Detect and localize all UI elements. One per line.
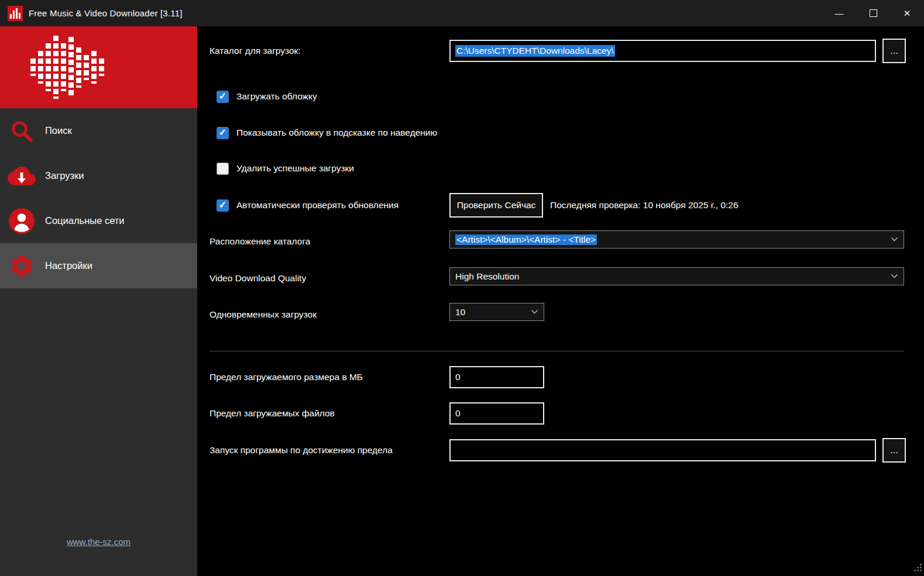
run-program-label: Запуск программы по достижению предела bbox=[209, 439, 393, 461]
sidebar-item-label: Социальные сети bbox=[45, 215, 125, 226]
download-dir-input[interactable]: C:\Users\CTYDEHT\Downloads\Lacey\ bbox=[449, 40, 876, 62]
app-window: Free Music & Video Downloader [3.11] — ✕… bbox=[0, 0, 924, 576]
size-limit-input[interactable]: 0 bbox=[449, 366, 544, 388]
check-now-button[interactable]: Проверить Сейчас bbox=[449, 193, 543, 218]
window-title: Free Music & Video Downloader [3.11] bbox=[29, 8, 183, 18]
checkbox-label: Загружать обложку bbox=[236, 91, 317, 102]
checkbox-label: Показывать обложку в подсказке по наведе… bbox=[236, 127, 437, 138]
app-logo-banner bbox=[0, 26, 197, 108]
size-limit-label: Предел загружаемого размера в МБ bbox=[209, 366, 363, 388]
checkbox-row-auto-update[interactable]: Автоматически проверять обновления bbox=[217, 198, 399, 212]
window-controls: — ✕ bbox=[822, 0, 924, 26]
resize-grip[interactable] bbox=[913, 563, 922, 574]
website-link[interactable]: www.the-sz.com bbox=[67, 537, 130, 547]
close-button[interactable]: ✕ bbox=[890, 0, 924, 26]
sidebar-item-downloads[interactable]: Загрузки bbox=[0, 153, 197, 198]
sidebar-item-social[interactable]: Социальные сети bbox=[0, 198, 197, 243]
checkbox-row-show-cover-tooltip[interactable]: Показывать обложку в подсказке по наведе… bbox=[217, 126, 437, 140]
concurrent-downloads-label: Одновременных загрузок bbox=[209, 305, 317, 323]
combobox-value: High Resolution bbox=[455, 271, 890, 282]
section-divider bbox=[209, 351, 904, 351]
checkbox-row-remove-successful[interactable]: Удалить успешные загрузки bbox=[217, 161, 354, 175]
sidebar-item-settings[interactable]: Настройки bbox=[0, 243, 197, 288]
folder-layout-combobox[interactable]: <Artist>\<Album>\<Artist> - <Title> bbox=[449, 230, 904, 249]
app-logo-icon bbox=[8, 6, 23, 21]
sidebar-item-label: Поиск bbox=[45, 125, 72, 136]
run-program-input[interactable] bbox=[449, 439, 876, 461]
concurrent-downloads-combobox[interactable]: 10 bbox=[449, 303, 544, 321]
download-dir-label: Каталог для загрузок: bbox=[209, 40, 301, 62]
combobox-value: <Artist>\<Album>\<Artist> - <Title> bbox=[455, 234, 890, 245]
settings-pane: Каталог для загрузок: C:\Users\CTYDEHT\D… bbox=[197, 26, 924, 576]
minimize-button[interactable]: — bbox=[822, 0, 856, 26]
maximize-icon bbox=[870, 9, 877, 17]
download-cover-checkbox[interactable] bbox=[217, 91, 229, 103]
checkbox-row-download-cover[interactable]: Загружать обложку bbox=[217, 89, 317, 104]
chevron-down-icon bbox=[890, 237, 898, 242]
remove-successful-checkbox[interactable] bbox=[217, 163, 229, 175]
sidebar-item-label: Загрузки bbox=[45, 170, 84, 181]
download-dir-value: C:\Users\CTYDEHT\Downloads\Lacey\ bbox=[455, 45, 615, 57]
website-link-container: www.the-sz.com bbox=[0, 537, 197, 547]
file-limit-input[interactable]: 0 bbox=[449, 402, 544, 425]
gear-icon bbox=[8, 252, 36, 280]
size-limit-value: 0 bbox=[455, 372, 461, 382]
checkbox-label: Автоматически проверять обновления bbox=[236, 200, 399, 211]
sidebar-item-label: Настройки bbox=[45, 260, 92, 271]
show-cover-tooltip-checkbox[interactable] bbox=[217, 127, 229, 139]
auto-update-checkbox[interactable] bbox=[217, 199, 229, 212]
download-dir-browse-button[interactable]: ... bbox=[882, 39, 906, 63]
chevron-down-icon bbox=[890, 274, 898, 279]
person-icon bbox=[8, 207, 36, 235]
maximize-button[interactable] bbox=[856, 0, 890, 26]
video-quality-combobox[interactable]: High Resolution bbox=[449, 267, 904, 285]
last-check-text: Последняя проверка: 10 ноября 2025 г., 0… bbox=[550, 198, 738, 212]
checkbox-label: Удалить успешные загрузки bbox=[236, 163, 354, 174]
sidebar-item-search[interactable]: Поиск bbox=[0, 108, 197, 153]
search-icon bbox=[8, 117, 36, 145]
sidebar: Поиск Загрузки Социальные сети Настройки bbox=[0, 26, 197, 576]
chevron-down-icon bbox=[530, 309, 538, 315]
file-limit-value: 0 bbox=[455, 408, 461, 419]
titlebar: Free Music & Video Downloader [3.11] — ✕ bbox=[0, 0, 924, 26]
video-quality-label: Video Download Quality bbox=[209, 269, 306, 287]
combobox-value: 10 bbox=[455, 307, 530, 318]
cloud-download-icon bbox=[8, 162, 36, 190]
file-limit-label: Предел загружаемых файлов bbox=[209, 402, 335, 425]
folder-layout-label: Расположение каталога bbox=[209, 232, 310, 250]
run-program-browse-button[interactable]: ... bbox=[882, 438, 906, 463]
